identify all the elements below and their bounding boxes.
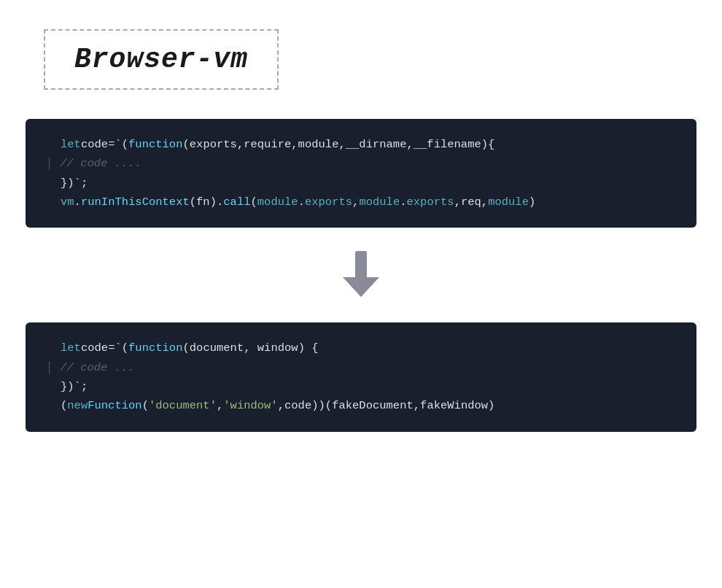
code-token: vm [61,193,74,212]
arrow-container [26,249,696,301]
code-token: exports,require,module,__dirname,__filen… [190,135,481,154]
code-token: ( [182,135,189,154]
code-token: fakeDocument [332,396,414,415]
code-token: ` [114,135,121,154]
code-token: ( [122,339,128,357]
code-token: ; [81,377,88,396]
code-token: new [67,396,88,415]
code-token: ` [74,377,81,396]
code-token: module [359,193,400,212]
code-token: code [81,135,108,154]
code-token: Function [88,396,141,415]
code-token: ){ [481,135,495,154]
code-token: exports [407,193,454,212]
code-line: │// code .... [46,154,676,173]
logo-text: Browser-vm [74,44,248,75]
code-token: ( [182,339,189,357]
code-token: ` [74,174,81,193]
svg-rect-0 [355,251,367,279]
logo-box: Browser-vm [44,29,279,90]
code-line-bar: │ [46,358,53,377]
code-token: , [278,396,284,415]
code-token: runInThisContext [81,193,190,212]
code-token: // code .... [60,154,141,173]
code-token: // code ... [60,358,134,377]
page-container: Browser-vm let code = `(function(exports… [0,0,722,588]
code-line: })`; [46,174,676,193]
code-block-2: let code = `(function(document, window) … [26,322,696,431]
code-line-bar: │ [46,154,53,173]
code-token: , [454,193,461,212]
code-token: 'document' [149,396,217,415]
code-token: ` [114,339,121,357]
code-token: }) [61,377,74,396]
code-line: let code = `(function(exports,require,mo… [46,135,676,154]
code-token: req [461,193,481,212]
code-block-1: let code = `(function(exports,require,mo… [26,119,696,228]
code-token: code [284,396,311,415]
code-token: 'window' [223,396,277,415]
code-line: vm.runInThisContext(fn).call(module.expo… [46,193,676,212]
code-token: function [128,339,182,357]
code-token: , [481,193,488,212]
code-token: exports [305,193,352,212]
code-token: ). [210,193,224,212]
code-token: , [352,193,359,212]
code-token: document, window [190,339,298,357]
code-token: ; [81,174,88,193]
code-token: function [128,135,182,154]
code-token: , [414,396,420,415]
code-token: ))( [311,396,332,415]
code-token: ) { [298,339,319,357]
code-token: = [108,135,114,154]
code-token: ) [488,396,494,415]
code-token: ) [529,193,535,212]
code-token: . [298,193,305,212]
code-line: │// code ... [46,358,676,377]
code-line: })`; [46,377,676,396]
code-token: , [217,396,223,415]
svg-marker-1 [343,277,379,297]
code-token: module [257,193,298,212]
code-token: module [488,193,529,212]
code-token: let [61,339,81,357]
code-token: code [81,339,108,357]
code-token: fakeWindow [420,396,488,415]
code-token: fn [196,193,210,212]
code-token: }) [61,174,74,193]
code-token: ( [122,135,128,154]
code-line: (new Function('document','window', code)… [46,396,676,415]
code-token: ( [142,396,149,415]
code-line: let code = `(function(document, window) … [46,339,676,357]
down-arrow-icon [339,249,383,301]
code-token: ( [61,396,67,415]
code-token: . [74,193,81,212]
code-token: = [108,339,114,357]
code-token: . [400,193,406,212]
code-token: call [223,193,250,212]
code-token: ( [251,193,257,212]
code-token: ( [190,193,196,212]
code-token: let [61,135,81,154]
